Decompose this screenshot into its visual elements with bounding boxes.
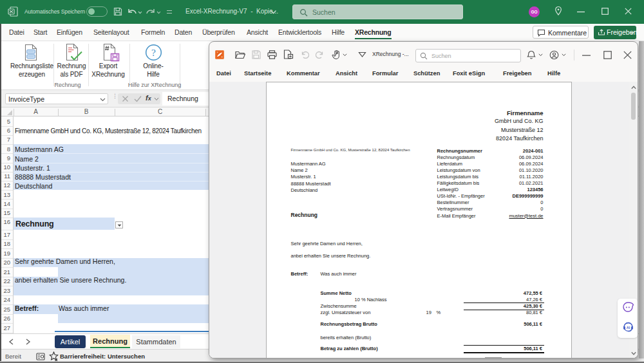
svg-text:AI: AI [627,326,630,330]
svg-text:?: ? [151,47,156,58]
